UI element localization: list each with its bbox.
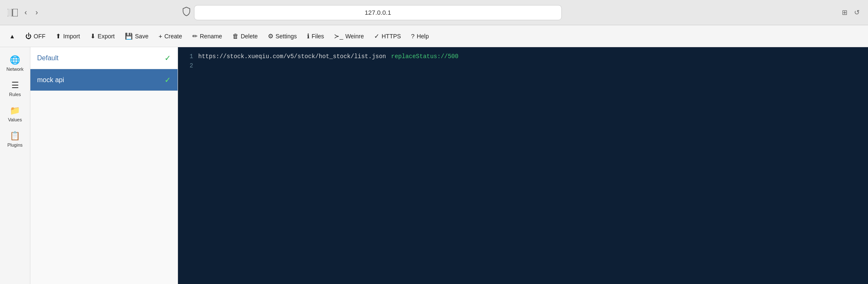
title-bar: ‹ › ⊞ ↺ xyxy=(0,0,868,25)
rules-label: Rules xyxy=(9,92,21,97)
export-icon: ⬇ xyxy=(90,32,96,40)
line-status-1: replaceStatus://500 xyxy=(391,53,458,60)
toolbar-weinre-button[interactable]: ≻_ Weinre xyxy=(330,30,368,43)
save-icon: 💾 xyxy=(125,32,133,40)
toolbar-import-button[interactable]: ⬆ Import xyxy=(51,30,84,43)
sidebar-item-values[interactable]: 📁 Values xyxy=(0,101,30,126)
editor-line-1: 1 https://stock.xueqiu.com/v5/stock/hot_… xyxy=(178,52,868,62)
group-mock-api[interactable]: mock api ✓ xyxy=(30,69,178,91)
left-nav: 🌐 Network ☰ Rules 📁 Values 📋 Plugins xyxy=(0,47,30,284)
create-icon: + xyxy=(159,32,162,40)
create-label: Create xyxy=(164,33,182,40)
main-layout: 🌐 Network ☰ Rules 📁 Values 📋 Plugins Def… xyxy=(0,47,868,284)
line-number-2: 2 xyxy=(185,62,193,69)
reader-icon[interactable]: ⊞ xyxy=(840,8,849,17)
url-input[interactable] xyxy=(194,5,562,20)
rules-icon: ☰ xyxy=(11,80,19,90)
export-label: Export xyxy=(98,33,115,40)
sidebar-toggle[interactable] xyxy=(7,8,19,17)
plugins-icon: 📋 xyxy=(10,131,20,141)
editor-panel[interactable]: 1 https://stock.xueqiu.com/v5/stock/hot_… xyxy=(178,47,868,284)
group-default-check-icon: ✓ xyxy=(164,54,171,63)
refresh-button[interactable]: ↺ xyxy=(852,8,861,17)
line-number-1: 1 xyxy=(185,53,193,60)
help-label: Help xyxy=(417,33,429,40)
weinre-label: Weinre xyxy=(345,33,364,40)
rename-label: Rename xyxy=(200,33,222,40)
help-icon: ? xyxy=(411,32,415,40)
import-icon: ⬆ xyxy=(56,32,61,40)
shield-icon xyxy=(182,7,191,18)
group-default[interactable]: Default ✓ xyxy=(30,47,178,69)
import-label: Import xyxy=(63,33,80,40)
toolbar-settings-button[interactable]: ⚙ Settings xyxy=(264,30,301,43)
toolbar-off-button[interactable]: ⏻ OFF xyxy=(21,30,50,42)
files-label: Files xyxy=(312,33,324,40)
sidebar-item-plugins[interactable]: 📋 Plugins xyxy=(0,126,30,152)
toolbar-collapse[interactable]: ▲ xyxy=(5,30,19,42)
back-button[interactable]: ‹ xyxy=(22,6,30,19)
toolbar-help-button[interactable]: ? Help xyxy=(407,30,433,42)
values-label: Values xyxy=(8,117,22,122)
group-default-label: Default xyxy=(37,54,59,62)
delete-label: Delete xyxy=(241,33,258,40)
svg-rect-2 xyxy=(8,9,12,16)
network-icon: 🌐 xyxy=(10,55,20,65)
url-bar xyxy=(182,5,562,20)
values-icon: 📁 xyxy=(10,105,20,115)
group-mock-api-label: mock api xyxy=(37,76,64,84)
network-label: Network xyxy=(6,67,23,72)
collapse-icon: ▲ xyxy=(9,33,15,40)
toolbar-rename-button[interactable]: ✏ Rename xyxy=(188,30,226,43)
forward-button[interactable]: › xyxy=(33,6,40,19)
weinre-icon: ≻_ xyxy=(334,32,343,40)
groups-panel: Default ✓ mock api ✓ xyxy=(30,47,178,284)
https-check-icon: ✓ xyxy=(374,32,380,40)
delete-icon: 🗑 xyxy=(232,32,239,40)
power-icon: ⏻ xyxy=(25,32,32,40)
toolbar-save-button[interactable]: 💾 Save xyxy=(121,30,153,43)
toolbar-create-button[interactable]: + Create xyxy=(154,30,186,42)
save-label: Save xyxy=(135,33,148,40)
toolbar-https-button[interactable]: ✓ HTTPS xyxy=(370,30,405,43)
group-mock-api-check-icon: ✓ xyxy=(164,75,171,85)
rename-icon: ✏ xyxy=(192,32,198,40)
toolbar: ▲ ⏻ OFF ⬆ Import ⬇ Export 💾 Save + Creat… xyxy=(0,25,868,47)
svg-rect-1 xyxy=(13,9,18,16)
editor-line-2: 2 xyxy=(178,62,868,71)
title-bar-left: ‹ › xyxy=(7,6,40,19)
plugins-label: Plugins xyxy=(7,142,22,147)
files-icon: ℹ xyxy=(307,32,310,40)
toolbar-delete-button[interactable]: 🗑 Delete xyxy=(228,30,262,42)
sidebar-item-network[interactable]: 🌐 Network xyxy=(0,51,30,76)
sidebar-item-rules[interactable]: ☰ Rules xyxy=(0,76,30,101)
title-bar-right: ⊞ ↺ xyxy=(840,8,861,17)
toolbar-files-button[interactable]: ℹ Files xyxy=(303,30,329,43)
off-label: OFF xyxy=(34,33,46,40)
toolbar-export-button[interactable]: ⬇ Export xyxy=(86,30,119,43)
settings-icon: ⚙ xyxy=(268,32,273,40)
https-label: HTTPS xyxy=(382,33,401,40)
line-url-1: https://stock.xueqiu.com/v5/stock/hot_st… xyxy=(198,53,386,60)
settings-label: Settings xyxy=(275,33,297,40)
